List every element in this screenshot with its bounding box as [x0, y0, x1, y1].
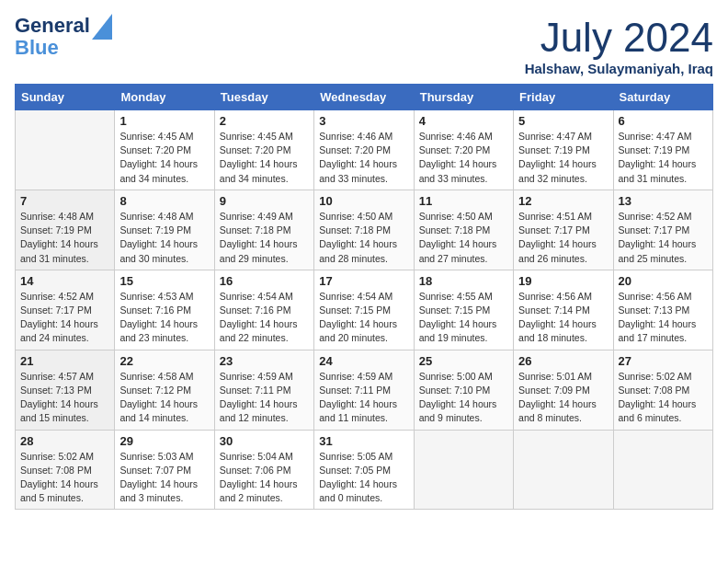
day-cell [16, 110, 115, 190]
weekday-header-tuesday: Tuesday [214, 85, 313, 110]
day-cell [414, 430, 513, 510]
day-cell: 1Sunrise: 4:45 AMSunset: 7:20 PMDaylight… [115, 110, 214, 190]
day-cell: 10Sunrise: 4:50 AMSunset: 7:18 PMDayligh… [314, 190, 414, 270]
day-cell: 11Sunrise: 4:50 AMSunset: 7:18 PMDayligh… [414, 190, 513, 270]
logo-triangle-icon [92, 14, 112, 43]
day-info: Sunrise: 5:02 AMSunset: 7:08 PMDaylight:… [619, 370, 708, 426]
day-info: Sunrise: 4:53 AMSunset: 7:16 PMDaylight:… [119, 290, 209, 346]
day-info: Sunrise: 5:04 AMSunset: 7:06 PMDaylight:… [220, 450, 309, 506]
day-info: Sunrise: 4:58 AMSunset: 7:12 PMDaylight:… [119, 370, 209, 426]
day-number: 7 [20, 194, 109, 208]
day-cell: 31Sunrise: 5:05 AMSunset: 7:05 PMDayligh… [314, 430, 414, 510]
day-number: 8 [119, 194, 209, 208]
day-number: 5 [518, 114, 608, 128]
day-number: 13 [619, 194, 708, 208]
day-cell [514, 430, 613, 510]
day-info: Sunrise: 4:56 AMSunset: 7:14 PMDaylight:… [518, 290, 608, 346]
day-cell: 4Sunrise: 4:46 AMSunset: 7:20 PMDaylight… [414, 110, 513, 190]
day-cell: 18Sunrise: 4:55 AMSunset: 7:15 PMDayligh… [414, 270, 513, 350]
day-number: 9 [220, 194, 309, 208]
logo-text: GeneralBlue [15, 15, 90, 59]
day-number: 25 [419, 354, 508, 368]
day-cell: 12Sunrise: 4:51 AMSunset: 7:17 PMDayligh… [514, 190, 613, 270]
calendar-header-row: SundayMondayTuesdayWednesdayThursdayFrid… [16, 85, 713, 110]
svg-marker-0 [92, 14, 112, 40]
day-cell: 2Sunrise: 4:45 AMSunset: 7:20 PMDaylight… [214, 110, 313, 190]
day-cell: 22Sunrise: 4:58 AMSunset: 7:12 PMDayligh… [115, 350, 214, 430]
day-info: Sunrise: 4:46 AMSunset: 7:20 PMDaylight:… [419, 130, 508, 186]
weekday-header-sunday: Sunday [16, 85, 115, 110]
day-info: Sunrise: 4:50 AMSunset: 7:18 PMDaylight:… [419, 210, 508, 266]
day-info: Sunrise: 4:45 AMSunset: 7:20 PMDaylight:… [119, 130, 209, 186]
day-number: 29 [119, 434, 209, 448]
day-info: Sunrise: 4:47 AMSunset: 7:19 PMDaylight:… [619, 130, 708, 186]
day-cell: 19Sunrise: 4:56 AMSunset: 7:14 PMDayligh… [514, 270, 613, 350]
day-info: Sunrise: 4:57 AMSunset: 7:13 PMDaylight:… [20, 370, 109, 426]
day-number: 30 [220, 434, 309, 448]
page-header: GeneralBlue July 2024 Halshaw, Sulaymani… [15, 15, 713, 76]
day-number: 3 [319, 114, 408, 128]
day-cell: 29Sunrise: 5:03 AMSunset: 7:07 PMDayligh… [115, 430, 214, 510]
day-number: 23 [220, 354, 309, 368]
day-cell: 14Sunrise: 4:52 AMSunset: 7:17 PMDayligh… [16, 270, 115, 350]
day-cell: 7Sunrise: 4:48 AMSunset: 7:19 PMDaylight… [16, 190, 115, 270]
day-info: Sunrise: 4:46 AMSunset: 7:20 PMDaylight:… [319, 130, 408, 186]
day-cell: 15Sunrise: 4:53 AMSunset: 7:16 PMDayligh… [115, 270, 214, 350]
day-cell: 21Sunrise: 4:57 AMSunset: 7:13 PMDayligh… [16, 350, 115, 430]
day-number: 15 [119, 274, 209, 288]
day-info: Sunrise: 5:01 AMSunset: 7:09 PMDaylight:… [518, 370, 608, 426]
day-cell [613, 430, 712, 510]
day-number: 27 [619, 354, 708, 368]
day-number: 6 [619, 114, 708, 128]
day-cell: 26Sunrise: 5:01 AMSunset: 7:09 PMDayligh… [514, 350, 613, 430]
day-info: Sunrise: 4:52 AMSunset: 7:17 PMDaylight:… [20, 290, 109, 346]
logo: GeneralBlue [15, 15, 112, 59]
day-number: 10 [319, 194, 408, 208]
title-block: July 2024 Halshaw, Sulaymaniyah, Iraq [525, 15, 713, 76]
day-cell: 9Sunrise: 4:49 AMSunset: 7:18 PMDaylight… [214, 190, 313, 270]
weekday-header-monday: Monday [115, 85, 214, 110]
day-cell: 24Sunrise: 4:59 AMSunset: 7:11 PMDayligh… [314, 350, 414, 430]
day-number: 31 [319, 434, 408, 448]
day-info: Sunrise: 4:56 AMSunset: 7:13 PMDaylight:… [619, 290, 708, 346]
day-info: Sunrise: 4:51 AMSunset: 7:17 PMDaylight:… [518, 210, 608, 266]
day-info: Sunrise: 4:52 AMSunset: 7:17 PMDaylight:… [619, 210, 708, 266]
day-info: Sunrise: 4:48 AMSunset: 7:19 PMDaylight:… [20, 210, 109, 266]
week-row-5: 28Sunrise: 5:02 AMSunset: 7:08 PMDayligh… [16, 430, 713, 510]
day-number: 19 [518, 274, 608, 288]
day-info: Sunrise: 4:45 AMSunset: 7:20 PMDaylight:… [220, 130, 309, 186]
week-row-4: 21Sunrise: 4:57 AMSunset: 7:13 PMDayligh… [16, 350, 713, 430]
day-number: 22 [119, 354, 209, 368]
day-cell: 30Sunrise: 5:04 AMSunset: 7:06 PMDayligh… [214, 430, 313, 510]
day-cell: 3Sunrise: 4:46 AMSunset: 7:20 PMDaylight… [314, 110, 414, 190]
location-subtitle: Halshaw, Sulaymaniyah, Iraq [525, 61, 713, 76]
day-info: Sunrise: 4:50 AMSunset: 7:18 PMDaylight:… [319, 210, 408, 266]
day-cell: 23Sunrise: 4:59 AMSunset: 7:11 PMDayligh… [214, 350, 313, 430]
day-info: Sunrise: 5:03 AMSunset: 7:07 PMDaylight:… [119, 450, 209, 506]
day-number: 4 [419, 114, 508, 128]
day-info: Sunrise: 4:59 AMSunset: 7:11 PMDaylight:… [319, 370, 408, 426]
day-number: 24 [319, 354, 408, 368]
day-number: 21 [20, 354, 109, 368]
weekday-header-friday: Friday [514, 85, 613, 110]
day-cell: 27Sunrise: 5:02 AMSunset: 7:08 PMDayligh… [613, 350, 712, 430]
day-number: 2 [220, 114, 309, 128]
day-cell: 16Sunrise: 4:54 AMSunset: 7:16 PMDayligh… [214, 270, 313, 350]
calendar-table: SundayMondayTuesdayWednesdayThursdayFrid… [15, 84, 713, 510]
day-cell: 13Sunrise: 4:52 AMSunset: 7:17 PMDayligh… [613, 190, 712, 270]
day-number: 28 [20, 434, 109, 448]
day-number: 12 [518, 194, 608, 208]
day-cell: 8Sunrise: 4:48 AMSunset: 7:19 PMDaylight… [115, 190, 214, 270]
day-cell: 20Sunrise: 4:56 AMSunset: 7:13 PMDayligh… [613, 270, 712, 350]
day-cell: 25Sunrise: 5:00 AMSunset: 7:10 PMDayligh… [414, 350, 513, 430]
day-cell: 28Sunrise: 5:02 AMSunset: 7:08 PMDayligh… [16, 430, 115, 510]
day-cell: 17Sunrise: 4:54 AMSunset: 7:15 PMDayligh… [314, 270, 414, 350]
day-info: Sunrise: 4:49 AMSunset: 7:18 PMDaylight:… [220, 210, 309, 266]
day-info: Sunrise: 4:55 AMSunset: 7:15 PMDaylight:… [419, 290, 508, 346]
week-row-3: 14Sunrise: 4:52 AMSunset: 7:17 PMDayligh… [16, 270, 713, 350]
day-info: Sunrise: 5:00 AMSunset: 7:10 PMDaylight:… [419, 370, 508, 426]
day-number: 26 [518, 354, 608, 368]
day-info: Sunrise: 4:47 AMSunset: 7:19 PMDaylight:… [518, 130, 608, 186]
day-number: 17 [319, 274, 408, 288]
day-info: Sunrise: 5:02 AMSunset: 7:08 PMDaylight:… [20, 450, 109, 506]
